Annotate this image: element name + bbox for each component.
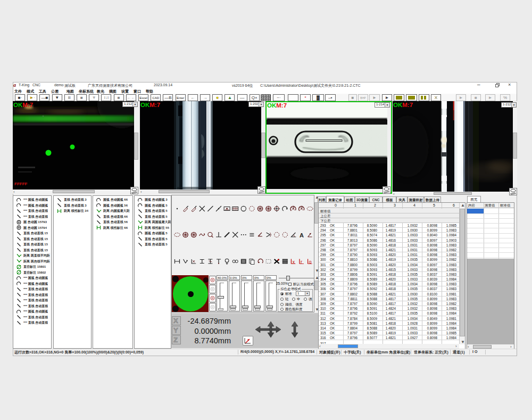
- svg-text:A: A: [300, 232, 304, 238]
